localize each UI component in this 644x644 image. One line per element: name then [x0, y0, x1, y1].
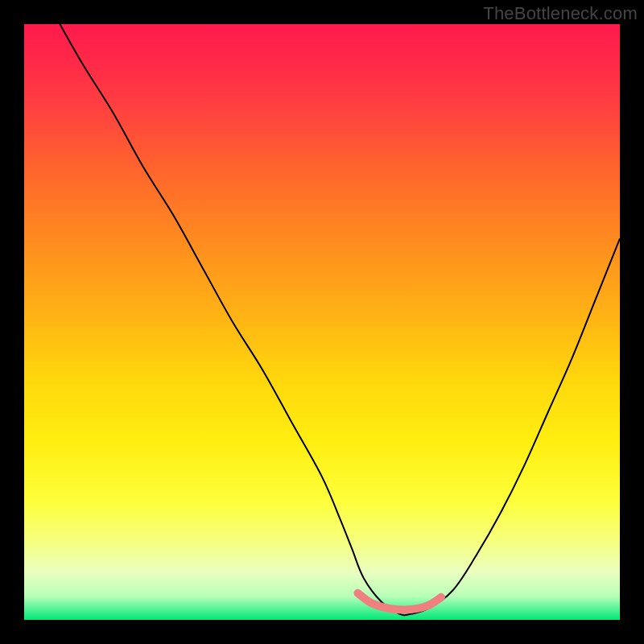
- curve-svg: [24, 24, 620, 620]
- optimal-zone-path: [357, 593, 441, 610]
- chart-frame: TheBottleneck.com: [0, 0, 644, 644]
- plot-area: [24, 24, 620, 620]
- watermark-text: TheBottleneck.com: [483, 3, 638, 24]
- bottleneck-curve-path: [60, 24, 620, 615]
